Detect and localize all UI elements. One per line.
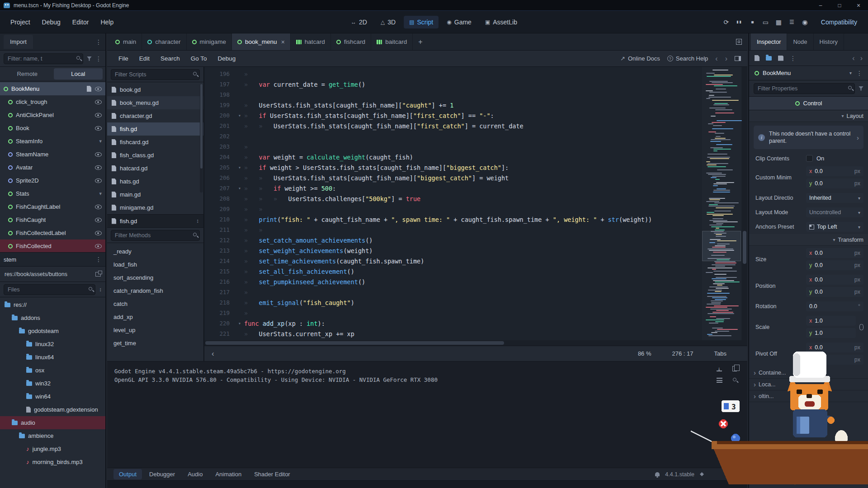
workspace-script[interactable]: Script [404,16,439,28]
menu-debug[interactable]: Debug [36,16,66,28]
link-scale-icon[interactable] [859,324,863,330]
anchors-preset-dropdown[interactable]: Top Left [806,222,863,232]
line-number[interactable]: 199 [204,102,235,108]
maximize-button[interactable] [830,0,849,10]
script-item-fish-gd[interactable]: fish.gd [107,122,203,136]
size-y-field[interactable]: 0.0px [806,260,863,270]
visibility-eye-icon[interactable] [95,87,102,91]
line-number[interactable]: 201 [204,122,235,129]
code-line[interactable]: 200if UserStats.fish_stats[caught_fish_n… [204,110,700,121]
line-number[interactable]: 196 [204,70,235,77]
line-number[interactable]: 216 [204,278,235,285]
class-header[interactable]: Control [749,97,868,110]
line-number[interactable]: 211 [204,226,235,233]
load-resource-icon[interactable] [766,56,772,61]
pause-button[interactable] [733,16,745,28]
script-item-character-gd[interactable]: character.gd [107,109,203,122]
scene-node-Book[interactable]: Book [0,122,105,135]
code-line[interactable]: 198 [204,89,700,100]
bottom-tab-animation[interactable]: Animation [210,469,247,479]
fold-arrow-icon[interactable] [235,165,244,170]
code-line[interactable]: 215set_all_fish_achievement() [204,266,700,277]
rotation-field[interactable]: 0.0° [806,301,863,311]
files-filter-input[interactable] [4,284,95,295]
layout-direction-dropdown[interactable]: Inherited [806,193,863,203]
bottom-tab-output[interactable]: Output [113,469,142,479]
filter-properties-input[interactable] [754,83,855,94]
renderer-select[interactable]: Compatibility [816,16,862,28]
scene-tab-fishcard[interactable]: fishcard [331,33,371,50]
open-in-filemanager-icon[interactable] [95,272,101,277]
line-number[interactable]: 200 [204,112,235,119]
code-line[interactable]: 212set_catch_amount_achievements() [204,235,700,245]
minimap-viewport[interactable] [702,231,741,261]
bottom-tab-shader-editor[interactable]: Shader Editor [249,469,296,479]
line-number[interactable]: 207 [204,185,235,192]
scene-node-FishCollected[interactable]: FishCollected [0,239,105,252]
line-number[interactable]: 197 [204,81,235,88]
script-item-book_menu-gd[interactable]: book_menu.gd [107,96,203,109]
code-line[interactable]: 196 [204,69,700,79]
line-number[interactable]: 213 [204,247,235,254]
code-line[interactable]: 205if weight > UserStats.fish_stats[caug… [204,162,700,173]
code-line[interactable]: 214set_time_achievements(caught_fish.spa… [204,256,700,266]
script-menu-search[interactable]: Search [156,52,185,65]
scene-node-FishCollectedLabel[interactable]: FishCollectedLabel [0,226,105,239]
scale-y-field[interactable]: 1.0 [806,328,856,338]
script-item-hatcard-gd[interactable]: hatcard.gd [107,162,203,175]
code-line[interactable]: 213set_weight_achievements(weight) [204,245,700,256]
line-number[interactable]: 214 [204,258,235,264]
scene-tab-main[interactable]: main [110,33,142,50]
notification-bell-icon[interactable] [655,472,660,476]
scene-node-SteamName[interactable]: SteamName [0,148,105,161]
line-number[interactable]: 205 [204,164,235,171]
method-item-_ready[interactable]: _ready [107,245,203,258]
line-number[interactable]: 204 [204,154,235,160]
fs-entry-godotsteam[interactable]: godotsteam [0,324,105,338]
line-number[interactable]: 220 [204,320,235,327]
visibility-eye-icon[interactable] [95,113,102,117]
code-line[interactable]: 202 [204,131,700,141]
tab-history[interactable]: History [814,33,844,50]
visibility-eye-icon[interactable] [95,205,102,209]
filesystem-dock-label[interactable]: stem [4,256,16,263]
panels-button[interactable] [786,16,798,28]
script-menu-debug[interactable]: Debug [213,52,241,65]
distraction-free-icon[interactable] [736,39,742,45]
script-item-fishcard-gd[interactable]: fishcard.gd [107,136,203,149]
workspace-game[interactable]: Game [441,16,477,28]
method-item-add_xp[interactable]: add_xp [107,310,203,324]
scene-node-FishCaught[interactable]: FishCaught [0,213,105,226]
bottom-tab-debugger[interactable]: Debugger [144,469,180,479]
code-line[interactable]: 218emit_signal("fish_caught") [204,297,700,308]
horizontal-scrollbar[interactable] [204,340,747,346]
scene-tab-hatcard[interactable]: hatcard [291,33,331,50]
menu-help[interactable]: Help [94,16,119,28]
chevron-down-icon[interactable] [99,191,102,197]
code-minimap[interactable] [702,67,741,340]
script-menu-go-to[interactable]: Go To [186,52,212,65]
script-forward-icon[interactable] [725,55,727,63]
tab-inspector[interactable]: Inspector [751,33,787,50]
script-menu-edit[interactable]: Edit [134,52,155,65]
scene-node-SteamInfo[interactable]: SteamInfo [0,135,105,148]
remote-tab[interactable]: Remote [3,68,52,80]
code-line[interactable]: 199UserStats.fish_stats[caught_fish_name… [204,100,700,110]
panel-layout-icon[interactable] [735,56,741,61]
add-scene-tab-button[interactable] [413,33,428,50]
stop-button[interactable] [746,16,759,28]
code-line[interactable]: 203 [204,141,700,152]
clip-contents-checkbox[interactable] [806,155,813,162]
gamepad-button[interactable] [799,16,811,28]
code-line[interactable]: 197var current_date = get_time() [204,79,700,89]
script-item-minigame-gd[interactable]: minigame.gd [107,201,203,214]
visibility-eye-icon[interactable] [95,100,102,104]
code-line[interactable]: 210print("fish: " + caught_fish_name + "… [204,214,700,225]
code-line[interactable]: 206UserStats.fish_stats[caught_fish_name… [204,173,700,183]
visibility-eye-icon[interactable] [95,244,102,249]
method-item-catch[interactable]: catch [107,297,203,310]
code-line[interactable]: 207if weight >= 500: [204,183,700,193]
section-transform[interactable]: Transform [749,234,868,246]
script-icon[interactable] [87,86,91,92]
position-x-field[interactable]: 0.0px [806,275,863,285]
